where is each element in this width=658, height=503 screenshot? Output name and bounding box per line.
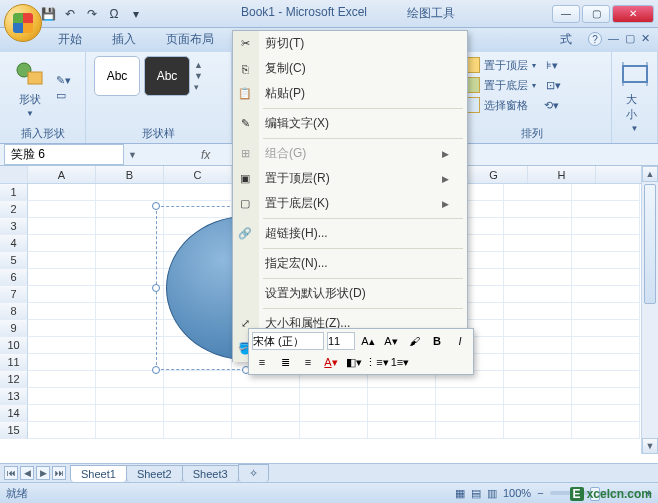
svg-rect-2: [623, 66, 647, 82]
redo-icon[interactable]: ↷: [84, 6, 100, 22]
mdi-minimize-button[interactable]: —: [608, 32, 619, 46]
col-header[interactable]: H: [528, 166, 596, 183]
sheet-nav-prev-icon[interactable]: ◀: [20, 466, 34, 480]
ctx-send-back[interactable]: ▢置于底层(K)▶: [259, 191, 467, 216]
selection-pane-button[interactable]: 选择窗格 ⟲▾: [460, 96, 603, 114]
shrink-font-icon[interactable]: A▾: [381, 332, 401, 350]
row-header[interactable]: 12: [0, 371, 28, 388]
bold-icon[interactable]: B: [427, 332, 447, 350]
align-center-icon[interactable]: ≣: [275, 353, 295, 371]
shapes-label: 形状: [19, 92, 41, 107]
close-button[interactable]: ✕: [612, 5, 654, 23]
qat-dropdown-icon[interactable]: ▾: [128, 6, 144, 22]
fx-icon[interactable]: fx: [197, 148, 214, 162]
ctx-default-shape[interactable]: 设置为默认形状(D): [259, 281, 467, 306]
mdi-restore-button[interactable]: ▢: [625, 32, 635, 46]
row-header[interactable]: 13: [0, 388, 28, 405]
scroll-up-icon[interactable]: ▲: [642, 166, 658, 182]
font-color-icon[interactable]: A▾: [321, 353, 341, 371]
resize-handle[interactable]: [152, 366, 160, 374]
text-box-icon[interactable]: ▭: [56, 89, 71, 102]
undo-icon[interactable]: ↶: [62, 6, 78, 22]
ctx-assign-macro[interactable]: 指定宏(N)...: [259, 251, 467, 276]
font-family-input[interactable]: [252, 332, 324, 350]
row-header[interactable]: 8: [0, 303, 28, 320]
scroll-down-icon[interactable]: ▼: [642, 438, 658, 454]
ctx-paste[interactable]: 📋粘贴(P): [259, 81, 467, 106]
bullets-icon[interactable]: ⋮≡▾: [367, 353, 387, 371]
size-button[interactable]: 大小 ▼: [620, 56, 649, 135]
sheet-tab-bar: ⏮ ◀ ▶ ⏭ Sheet1 Sheet2 Sheet3 ✧: [0, 463, 658, 482]
row-header[interactable]: 4: [0, 235, 28, 252]
cut-icon: ✂: [237, 36, 253, 52]
sheet-tab-2[interactable]: Sheet2: [126, 465, 183, 482]
symbol-icon[interactable]: Ω: [106, 6, 122, 22]
shape-style-1[interactable]: Abc: [94, 56, 140, 96]
italic-icon[interactable]: I: [450, 332, 470, 350]
view-break-icon[interactable]: ▥: [487, 487, 497, 500]
save-icon[interactable]: 💾: [40, 6, 56, 22]
mdi-close-button[interactable]: ✕: [641, 32, 650, 46]
tab-page-layout[interactable]: 页面布局: [160, 27, 220, 52]
namebox-dropdown-icon[interactable]: ▼: [128, 150, 137, 160]
view-layout-icon[interactable]: ▤: [471, 487, 481, 500]
maximize-button[interactable]: ▢: [582, 5, 610, 23]
scroll-thumb[interactable]: [644, 184, 656, 304]
sheet-nav-first-icon[interactable]: ⏮: [4, 466, 18, 480]
resize-handle[interactable]: [152, 284, 160, 292]
ctx-copy[interactable]: ⎘复制(C): [259, 56, 467, 81]
name-box[interactable]: 笑脸 6: [4, 144, 124, 165]
align-right-icon[interactable]: ≡: [298, 353, 318, 371]
row-header[interactable]: 5: [0, 252, 28, 269]
select-all-corner[interactable]: [0, 166, 28, 183]
view-normal-icon[interactable]: ▦: [455, 487, 465, 500]
edit-shape-icon[interactable]: ✎▾: [56, 74, 71, 87]
shapes-button[interactable]: 形状 ▼: [8, 56, 52, 120]
col-header[interactable]: G: [460, 166, 528, 183]
row-header[interactable]: 3: [0, 218, 28, 235]
row-header[interactable]: 9: [0, 320, 28, 337]
row-header[interactable]: 2: [0, 201, 28, 218]
tab-format[interactable]: 式: [554, 27, 578, 52]
tab-home[interactable]: 开始: [52, 27, 88, 52]
ctx-cut[interactable]: ✂剪切(T): [259, 31, 467, 56]
row-header[interactable]: 7: [0, 286, 28, 303]
style-scroll-down-icon[interactable]: ▼: [194, 71, 203, 81]
row-header[interactable]: 14: [0, 405, 28, 422]
font-size-input[interactable]: [327, 332, 355, 350]
ctx-bring-front[interactable]: ▣置于顶层(R)▶: [259, 166, 467, 191]
style-more-icon[interactable]: ▾: [194, 82, 203, 92]
row-header[interactable]: 1: [0, 184, 28, 201]
minimize-button[interactable]: —: [552, 5, 580, 23]
bring-front-button[interactable]: 置于顶层▾ ⊧▾: [460, 56, 603, 74]
fill-color-icon[interactable]: ◧▾: [344, 353, 364, 371]
col-header[interactable]: B: [96, 166, 164, 183]
grow-font-icon[interactable]: A▴: [358, 332, 378, 350]
sheet-nav-last-icon[interactable]: ⏭: [52, 466, 66, 480]
sheet-nav-next-icon[interactable]: ▶: [36, 466, 50, 480]
align-left-icon[interactable]: ≡: [252, 353, 272, 371]
row-header[interactable]: 6: [0, 269, 28, 286]
help-icon[interactable]: ?: [588, 32, 602, 46]
office-button[interactable]: [4, 4, 42, 42]
tab-insert[interactable]: 插入: [106, 27, 142, 52]
row-header[interactable]: 15: [0, 422, 28, 439]
row-header[interactable]: 11: [0, 354, 28, 371]
sheet-tab-1[interactable]: Sheet1: [70, 465, 127, 482]
col-header[interactable]: A: [28, 166, 96, 183]
resize-handle[interactable]: [152, 202, 160, 210]
numbering-icon[interactable]: 1≡▾: [390, 353, 410, 371]
vertical-scrollbar[interactable]: ▲ ▼: [641, 166, 658, 454]
row-header[interactable]: 10: [0, 337, 28, 354]
send-back-button[interactable]: 置于底层▾ ⊡▾: [460, 76, 603, 94]
zoom-level[interactable]: 100%: [503, 487, 531, 499]
style-brush-icon[interactable]: 🖌: [404, 332, 424, 350]
ctx-edit-text[interactable]: ✎编辑文字(X): [259, 111, 467, 136]
ctx-hyperlink[interactable]: 🔗超链接(H)...: [259, 221, 467, 246]
sheet-tab-3[interactable]: Sheet3: [182, 465, 239, 482]
shape-style-2[interactable]: Abc: [144, 56, 190, 96]
style-scroll-up-icon[interactable]: ▲: [194, 60, 203, 70]
zoom-out-icon[interactable]: −: [537, 487, 543, 499]
col-header[interactable]: C: [164, 166, 232, 183]
new-sheet-button[interactable]: ✧: [238, 464, 269, 482]
